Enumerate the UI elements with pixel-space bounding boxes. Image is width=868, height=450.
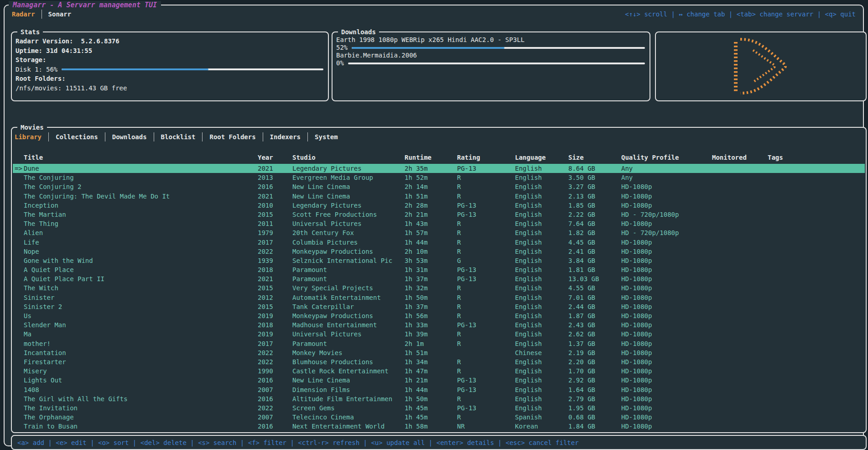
selected-marker bbox=[13, 182, 24, 191]
footer-panel: <a> add | <e> edit | <o> sort | <del> de… bbox=[11, 435, 867, 450]
cell-size: 8.64 GB bbox=[568, 164, 621, 173]
cell-title: Incantation bbox=[24, 348, 258, 357]
cell-studio: 20th Century Fox bbox=[292, 228, 405, 237]
col-language: Language bbox=[515, 152, 568, 162]
table-row[interactable]: Gone with the Wind 1939 Selznick Interna… bbox=[13, 256, 865, 265]
cell-rating: PG-13 bbox=[457, 164, 515, 173]
cell-rating: R bbox=[457, 293, 515, 302]
cell-tags bbox=[768, 339, 865, 348]
cell-size: 13.03 GB bbox=[568, 274, 621, 283]
tab-library[interactable]: Library bbox=[15, 133, 42, 141]
cell-studio: New Line Cinema bbox=[292, 192, 405, 201]
tab-separator bbox=[202, 132, 203, 141]
cell-studio: Castle Rock Entertainment bbox=[292, 366, 405, 376]
table-row[interactable]: Train to Busan 2016 Next Entertainment W… bbox=[13, 422, 865, 431]
tab-radarr[interactable]: Radarr bbox=[12, 10, 35, 18]
cell-title: mother! bbox=[24, 339, 258, 348]
table-row[interactable]: The Invitation 2022 Screen Gems 1h 45m P… bbox=[13, 403, 865, 413]
cell-year: 2022 bbox=[258, 403, 292, 413]
cell-year: 1990 bbox=[258, 366, 292, 376]
cell-language: English bbox=[515, 182, 568, 191]
table-row[interactable]: Nope 2022 Monkeypaw Productions 2h 10m R… bbox=[13, 247, 865, 256]
root-folder-value: /nfs/movies: 11511.43 GB free bbox=[16, 84, 323, 93]
cell-title: Sinister bbox=[24, 293, 258, 302]
tab-blocklist[interactable]: Blocklist bbox=[161, 133, 196, 141]
cell-year: 2019 bbox=[258, 330, 292, 339]
selected-marker bbox=[13, 413, 24, 422]
cell-quality-profile: HD-1080p bbox=[621, 413, 712, 422]
tab-indexers[interactable]: Indexers bbox=[270, 133, 301, 141]
cell-monitored bbox=[712, 201, 768, 210]
cell-studio: Blumhouse Productions bbox=[292, 357, 405, 366]
cell-monitored bbox=[712, 394, 768, 403]
table-row[interactable]: Sinister 2012 Automatik Entertainment 1h… bbox=[13, 293, 865, 302]
table-row[interactable]: The Conjuring: The Devil Made Me Do It 2… bbox=[13, 192, 865, 201]
cell-runtime: 1h 51m bbox=[405, 192, 457, 201]
cell-monitored bbox=[712, 413, 768, 422]
tab-system[interactable]: System bbox=[315, 133, 338, 141]
cell-year: 2016 bbox=[258, 182, 292, 191]
table-row[interactable]: Us 2019 Monkeypaw Productions 1h 56m R E… bbox=[13, 311, 865, 320]
cell-rating: R bbox=[457, 302, 515, 311]
table-row[interactable]: The Girl with All the Gifts 2016 Altitud… bbox=[13, 394, 865, 403]
cell-quality-profile: HD-1080p bbox=[621, 403, 712, 413]
app-frame: Managarr - A Servarr management TUI Rada… bbox=[4, 5, 864, 446]
table-row[interactable]: The Orphanage 2007 Telecinco Cinema 1h 4… bbox=[13, 413, 865, 422]
cell-size: 1.84 GB bbox=[568, 422, 621, 431]
cell-title: The Conjuring bbox=[24, 173, 258, 182]
cell-runtime: 1h 31m bbox=[405, 265, 457, 274]
table-row[interactable]: The Thing 2011 Universal Pictures 1h 43m… bbox=[13, 219, 865, 228]
cell-size: 1.87 GB bbox=[568, 311, 621, 320]
table-row[interactable]: Sinister 2 2015 Tank Caterpillar 1h 37m … bbox=[13, 302, 865, 311]
cell-monitored bbox=[712, 311, 768, 320]
table-row[interactable]: The Witch 2015 Very Special Projects 1h … bbox=[13, 283, 865, 293]
table-row[interactable]: A Quiet Place Part II 2021 Paramount 1h … bbox=[13, 274, 865, 283]
cell-size: 1.81 GB bbox=[568, 265, 621, 274]
tab-root-folders[interactable]: Root Folders bbox=[209, 133, 255, 141]
cell-size: 1.85 GB bbox=[568, 201, 621, 210]
table-row[interactable]: Firestarter 2022 Blumhouse Productions 1… bbox=[13, 357, 865, 366]
cell-title: Alien bbox=[24, 228, 258, 237]
table-row[interactable]: Inception 2010 Legendary Pictures 2h 28m… bbox=[13, 201, 865, 210]
selected-marker bbox=[13, 265, 24, 274]
table-row[interactable]: The Conjuring 2 2016 New Line Cinema 2h … bbox=[13, 182, 865, 191]
cell-language: English bbox=[515, 265, 568, 274]
cell-tags bbox=[768, 366, 865, 376]
movies-panel: Movies Library Collections Downloads Blo… bbox=[11, 127, 867, 433]
table-row[interactable]: Ma 2019 Universal Pictures 1h 39m R Engl… bbox=[13, 330, 865, 339]
table-row[interactable]: The Martian 2015 Scott Free Productions … bbox=[13, 210, 865, 219]
top-bar: Radarr Sonarr <↑↓> scroll | ↔ change tab… bbox=[5, 8, 863, 20]
cell-tags bbox=[768, 210, 865, 219]
cell-year: 2016 bbox=[258, 394, 292, 403]
tab-downloads[interactable]: Downloads bbox=[112, 133, 147, 141]
cell-quality-profile: HD-1080p bbox=[621, 330, 712, 339]
table-row[interactable]: Incantation 2022 Monkey Movies 1h 51m Ch… bbox=[13, 348, 865, 357]
table-row[interactable]: Misery 1990 Castle Rock Entertainment 1h… bbox=[13, 366, 865, 376]
table-row[interactable]: Alien 1979 20th Century Fox 1h 57m R Eng… bbox=[13, 228, 865, 237]
tab-collections[interactable]: Collections bbox=[56, 133, 98, 141]
table-row[interactable]: A Quiet Place 2018 Paramount 1h 31m PG-1… bbox=[13, 265, 865, 274]
tab-sonarr[interactable]: Sonarr bbox=[48, 10, 72, 18]
table-row[interactable]: mother! 2017 Paramount 2h 1m R English 1… bbox=[13, 339, 865, 348]
cell-language: English bbox=[515, 274, 568, 283]
table-row[interactable]: => Dune 2021 Legendary Pictures 2h 35m P… bbox=[13, 164, 865, 173]
selected-marker bbox=[13, 247, 24, 256]
managarr-logo bbox=[722, 37, 800, 97]
table-row[interactable]: Lights Out 2016 New Line Cinema 1h 21m P… bbox=[13, 376, 865, 385]
cell-rating: R bbox=[457, 228, 515, 237]
col-rating: Rating bbox=[457, 152, 515, 162]
disk-percent: 56% bbox=[46, 65, 57, 74]
cell-title: Misery bbox=[24, 366, 258, 376]
cell-monitored bbox=[712, 293, 768, 302]
cell-studio: Paramount bbox=[292, 274, 405, 283]
movies-panel-title: Movies bbox=[17, 124, 47, 131]
download-progress-fill bbox=[352, 47, 504, 49]
table-row[interactable]: Slender Man 2018 Madhouse Entertainment … bbox=[13, 320, 865, 330]
cell-language: English bbox=[515, 283, 568, 293]
table-row[interactable]: 1408 2007 Dimension Films 1h 44m PG-13 E… bbox=[13, 385, 865, 394]
cell-language: English bbox=[515, 339, 568, 348]
table-row[interactable]: Life 2017 Columbia Pictures 1h 44m R Eng… bbox=[13, 238, 865, 247]
cell-quality-profile: HD-1080p bbox=[621, 192, 712, 201]
cell-monitored bbox=[712, 320, 768, 330]
table-row[interactable]: The Conjuring 2013 Evergreen Media Group… bbox=[13, 173, 865, 182]
